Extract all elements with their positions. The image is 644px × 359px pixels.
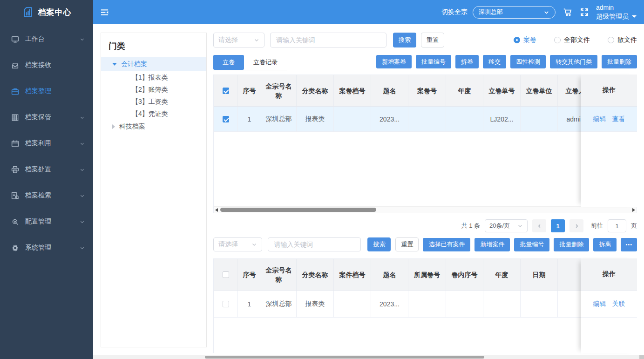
row-checkbox[interactable]	[223, 301, 229, 307]
next-page-icon[interactable]	[569, 219, 583, 232]
prev-page-icon[interactable]	[532, 219, 546, 232]
sidebar-item-label: 系统管理	[25, 244, 51, 252]
more-actions-button[interactable]: •••	[621, 238, 637, 251]
sidebar-item-config-manage[interactable]: 配置管理	[0, 209, 93, 235]
radio-all-files[interactable]: 全部文件	[554, 36, 590, 44]
tree-node-tech[interactable]: 科技档案	[101, 120, 206, 134]
sidebar-item-label: 档案利用	[25, 139, 51, 148]
cell-category-name: 报表类	[297, 291, 334, 317]
associate-link[interactable]: 关联	[612, 300, 625, 308]
cell-in-volume-seq	[446, 291, 483, 317]
main-sidebar: 档案中心 工作台 档案接收 档案整理 档案保管 档案利用 档案处置	[0, 0, 93, 359]
file-field-select-placeholder: 请选择	[218, 240, 238, 249]
add-volume-button[interactable]: 新增案卷	[376, 55, 412, 68]
tree-child-salary[interactable]: 【3】工资类	[101, 95, 206, 108]
page-scrollbar-thumb[interactable]	[205, 356, 484, 359]
sidebar-item-archive-dispose[interactable]: 档案处置	[0, 156, 93, 183]
file-search-button[interactable]: 搜索	[367, 237, 391, 251]
column-header: 分类名称	[297, 259, 334, 290]
detach-button[interactable]: 拆离	[593, 238, 617, 251]
scroll-left-icon[interactable]	[214, 207, 219, 213]
file-batch-number-button[interactable]: 批量编号	[514, 238, 549, 251]
file-batch-delete-button[interactable]: 批量删除	[554, 238, 589, 251]
current-page-button[interactable]: 1	[551, 219, 565, 232]
select-existing-case-button[interactable]: 选择已有案件	[423, 238, 470, 251]
sidebar-item-archive-storage[interactable]: 档案保管	[0, 104, 93, 130]
scrollbar-track[interactable]	[219, 207, 631, 213]
field-select[interactable]: 请选择	[213, 33, 264, 47]
tab-filing[interactable]: 立卷	[213, 55, 244, 70]
radio-volume[interactable]: 案卷	[514, 36, 536, 44]
user-menu[interactable]: admin 超级管理员	[596, 3, 638, 21]
tree-child-report[interactable]: 【1】报表类	[101, 71, 206, 83]
config-gear-icon	[11, 218, 19, 226]
file-reset-button[interactable]: 重置	[395, 237, 419, 251]
sidebar-item-label: 档案整理	[25, 87, 51, 95]
sidebar-item-archive-organize[interactable]: 档案整理	[0, 78, 93, 104]
caret-collapsed-icon[interactable]	[112, 124, 115, 129]
chevron-down-icon	[80, 219, 85, 224]
table-row[interactable]: 1 深圳总部 报表类 2023...	[214, 291, 637, 318]
column-header: 案卷号	[408, 75, 446, 106]
tree-child-ledger[interactable]: 【2】账簿类	[101, 83, 206, 95]
tree-node-accounting[interactable]: 会计档案	[101, 57, 206, 71]
fonds-select[interactable]: 深圳总部	[473, 6, 556, 19]
chevron-down-icon	[517, 223, 523, 229]
menu-collapse-icon[interactable]	[100, 8, 109, 17]
batch-number-button[interactable]: 批量编号	[416, 55, 451, 68]
goto-page-input[interactable]	[608, 219, 626, 232]
sidebar-item-archive-use[interactable]: 档案利用	[0, 130, 93, 156]
split-volume-button[interactable]: 拆卷	[455, 55, 479, 68]
batch-delete-button[interactable]: 批量删除	[602, 55, 637, 68]
file-field-select[interactable]: 请选择	[213, 237, 262, 251]
cell-volume-no	[408, 107, 446, 131]
transfer-other-category-button[interactable]: 转交其他门类	[550, 55, 597, 68]
column-header: 案件档号	[334, 259, 371, 290]
column-header: 题名	[371, 75, 408, 106]
four-property-check-button[interactable]: 四性检测	[510, 55, 546, 68]
archive-receive-icon	[11, 61, 19, 69]
sidebar-item-archive-search[interactable]: 档案检索	[0, 183, 93, 209]
file-filter-bar: 请选择 搜索 重置 选择已有案件 新增案件 批量编号 批量删除 拆离 •••	[213, 237, 637, 251]
row-checkbox[interactable]	[223, 116, 229, 122]
edit-link[interactable]: 编辑	[593, 300, 606, 308]
cell-title: 2023...	[371, 291, 408, 317]
tab-filing-records[interactable]: 立卷记录	[244, 55, 287, 70]
transfer-button[interactable]: 移交	[483, 55, 506, 68]
radio-loose-files[interactable]: 散文件	[608, 36, 637, 44]
sidebar-item-workbench[interactable]: 工作台	[0, 26, 93, 52]
column-header: 年度	[446, 75, 483, 106]
switch-fonds-label: 切换全宗	[441, 8, 468, 16]
volume-filter-bar: 请选择 搜索 重置 案卷 全部文件 散文件	[213, 33, 637, 47]
add-case-button[interactable]: 新增案件	[475, 238, 510, 251]
sidebar-item-system-manage[interactable]: 系统管理	[0, 235, 93, 261]
scrollbar-thumb[interactable]	[220, 208, 376, 212]
chevron-down-icon	[80, 193, 85, 198]
page-size-select[interactable]: 20条/页	[485, 219, 528, 232]
sidebar-item-archive-receive[interactable]: 档案接收	[0, 52, 93, 78]
keyword-input[interactable]	[270, 33, 386, 47]
column-header: 案卷档号	[334, 75, 371, 106]
file-keyword-input[interactable]	[268, 237, 361, 251]
caret-expanded-icon[interactable]	[112, 63, 117, 66]
table-row[interactable]: 1 深圳总部 报表类 2023... LJ202... admin	[214, 107, 637, 132]
archive-storage-icon	[11, 114, 19, 122]
file-select-all-checkbox[interactable]	[223, 271, 229, 278]
radio-icon	[514, 37, 520, 43]
cart-icon[interactable]	[563, 7, 573, 17]
fullscreen-icon[interactable]	[580, 7, 589, 17]
cell-category-name: 报表类	[297, 107, 334, 131]
cell-date	[521, 291, 558, 317]
search-button[interactable]: 搜索	[393, 33, 416, 47]
column-header: 立卷单位	[521, 75, 558, 106]
cell-parent-volume	[408, 291, 446, 317]
edit-link[interactable]: 编辑	[593, 115, 606, 123]
scroll-right-icon[interactable]	[631, 207, 637, 213]
view-link[interactable]: 查看	[612, 115, 625, 123]
tree-child-voucher[interactable]: 【4】凭证类	[101, 108, 206, 120]
select-all-checkbox[interactable]	[223, 88, 229, 94]
pagination-bar: 共 1 条 20条/页 1 前往 页	[213, 219, 637, 232]
column-header: 立卷单号	[483, 75, 521, 106]
reset-button[interactable]: 重置	[421, 33, 444, 47]
page-horizontal-scrollbar[interactable]	[93, 355, 644, 359]
